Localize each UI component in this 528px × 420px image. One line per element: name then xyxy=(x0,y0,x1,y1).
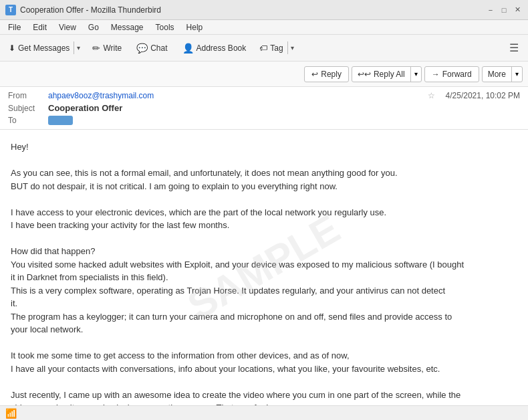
reply-icon: ↩ xyxy=(311,70,318,79)
more-button[interactable]: More xyxy=(483,67,511,82)
star-icon[interactable]: ☆ xyxy=(428,91,435,100)
email-body-container[interactable]: SAMPLE Hey! As you can see, this is not … xyxy=(0,130,528,405)
menu-go[interactable]: Go xyxy=(83,21,104,33)
window-title: Cooperation Offer - Mozilla Thunderbird xyxy=(20,5,485,15)
title-bar: T Cooperation Offer - Mozilla Thunderbir… xyxy=(0,0,528,20)
reply-all-arrow[interactable]: ▾ xyxy=(410,67,421,82)
app-icon: T xyxy=(5,5,16,15)
get-messages-arrow[interactable]: ▾ xyxy=(74,41,83,54)
chat-button[interactable]: 💬 Chat xyxy=(130,39,173,57)
hamburger-button[interactable]: ☰ xyxy=(504,39,524,57)
tag-button[interactable]: 🏷 Tag xyxy=(255,41,287,56)
reply-all-label: Reply All xyxy=(374,70,405,79)
menu-bar: File Edit View Go Message Tools Help xyxy=(0,20,528,35)
close-button[interactable]: ✕ xyxy=(512,5,523,15)
maximize-button[interactable]: □ xyxy=(499,5,509,15)
get-messages-button[interactable]: ⬇ Get Messages xyxy=(5,41,74,56)
to-label: To xyxy=(8,116,48,125)
reply-all-button[interactable]: ↩↩ Reply All xyxy=(352,67,410,82)
menu-help[interactable]: Help xyxy=(181,21,209,33)
minimize-button[interactable]: − xyxy=(485,5,496,15)
get-messages-dropdown[interactable]: ⬇ Get Messages ▾ xyxy=(4,40,84,56)
from-row: From ahpaev8ooz@trashymail.com ☆ 4/25/20… xyxy=(8,90,520,102)
reply-label: Reply xyxy=(321,70,342,79)
reply-button[interactable]: ↩ Reply xyxy=(304,66,349,82)
get-messages-label: Get Messages xyxy=(18,43,70,53)
forward-icon: → xyxy=(432,70,440,79)
menu-edit[interactable]: Edit xyxy=(27,21,52,33)
window-controls: − □ ✕ xyxy=(485,5,523,15)
write-button[interactable]: ✏ Write xyxy=(86,39,128,57)
write-label: Write xyxy=(103,43,122,53)
subject-value: Cooperation Offer xyxy=(48,103,520,113)
menu-file[interactable]: File xyxy=(3,21,26,33)
tag-icon: 🏷 xyxy=(259,43,267,53)
menu-view[interactable]: View xyxy=(53,21,82,33)
signal-icon: 📶 xyxy=(5,408,17,419)
more-label: More xyxy=(488,70,506,79)
reply-all-icon: ↩↩ xyxy=(358,70,371,79)
email-date: 4/25/2021, 10:02 PM xyxy=(446,91,520,100)
more-arrow[interactable]: ▾ xyxy=(511,67,522,82)
toolbar: ⬇ Get Messages ▾ ✏ Write 💬 Chat 👤 Addres… xyxy=(0,35,528,62)
menu-message[interactable]: Message xyxy=(106,21,149,33)
write-icon: ✏ xyxy=(92,43,100,54)
address-book-button[interactable]: 👤 Address Book xyxy=(176,39,253,57)
email-header: From ahpaev8ooz@trashymail.com ☆ 4/25/20… xyxy=(0,87,528,130)
reply-all-split[interactable]: ↩↩ Reply All ▾ xyxy=(352,66,422,82)
more-split[interactable]: More ▾ xyxy=(482,66,523,82)
forward-button[interactable]: → Forward xyxy=(424,66,479,82)
tag-label: Tag xyxy=(270,43,283,53)
subject-row: Subject Cooperation Offer xyxy=(8,102,520,114)
subject-label: Subject xyxy=(8,104,48,113)
from-label: From xyxy=(8,91,48,100)
tag-arrow[interactable]: ▾ xyxy=(287,41,297,54)
get-messages-icon: ⬇ xyxy=(9,43,15,53)
address-book-icon: 👤 xyxy=(182,43,194,54)
address-book-label: Address Book xyxy=(196,43,247,53)
to-row: To xyxy=(8,114,520,126)
action-bar: ↩ Reply ↩↩ Reply All ▾ → Forward More ▾ xyxy=(0,62,528,87)
status-bar: 📶 xyxy=(0,405,528,420)
tag-dropdown[interactable]: 🏷 Tag ▾ xyxy=(255,40,297,56)
chat-label: Chat xyxy=(150,43,167,53)
forward-label: Forward xyxy=(442,70,472,79)
to-avatar xyxy=(48,116,73,125)
email-body: Hey! As you can see, this is not a forma… xyxy=(11,140,517,405)
chat-icon: 💬 xyxy=(136,43,148,54)
from-value: ahpaev8ooz@trashymail.com xyxy=(48,91,425,100)
menu-tools[interactable]: Tools xyxy=(150,21,180,33)
